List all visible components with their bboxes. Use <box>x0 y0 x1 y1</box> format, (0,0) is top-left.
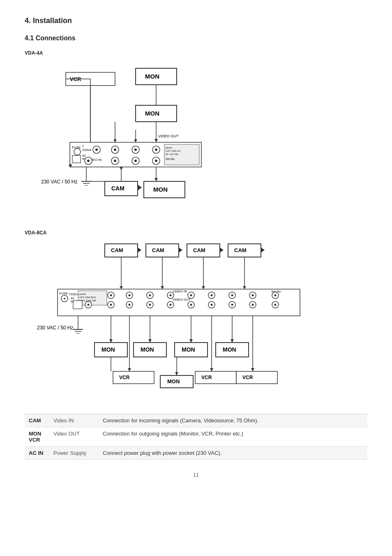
subsection-title: 4.1 Connections <box>25 35 367 42</box>
svg-marker-59 <box>120 167 123 170</box>
svg-marker-69 <box>178 247 182 253</box>
svg-marker-79 <box>161 286 164 289</box>
svg-marker-153 <box>148 339 152 343</box>
svg-marker-181 <box>251 368 254 371</box>
svg-text:MON: MON <box>145 73 159 80</box>
legend-term-acin: AC IN <box>25 447 49 460</box>
svg-marker-81 <box>202 286 205 289</box>
svg-point-24 <box>134 148 137 151</box>
svg-point-118 <box>252 294 254 297</box>
svg-marker-83 <box>243 286 246 289</box>
legend-type-mon: Video OUT <box>49 427 99 447</box>
svg-text:IN: IN <box>71 300 74 303</box>
svg-text:CAM: CAM <box>152 247 164 253</box>
svg-marker-180 <box>210 368 213 371</box>
svg-text:MON: MON <box>153 186 168 193</box>
legend-type-cam: Video IN <box>49 414 99 427</box>
svg-marker-155 <box>189 339 193 343</box>
svg-text:Ser.No.: Ser.No. <box>166 158 175 160</box>
svg-point-100 <box>129 294 131 297</box>
svg-text:panec: panec <box>166 146 172 149</box>
diagram-vda8ca: CAM CAM CAM CAM FUSE T315mA panec <box>25 240 367 401</box>
page-number: 11 <box>25 472 367 478</box>
svg-text:CAM: CAM <box>111 247 123 253</box>
svg-text:T: T <box>82 145 84 148</box>
svg-marker-151 <box>109 339 113 343</box>
legend-desc-acin: Connect power plug with power socket (23… <box>99 447 367 460</box>
svg-text:IN: 12V  3W: IN: 12V 3W <box>166 153 178 155</box>
legend-term-cam: CAM <box>25 414 49 427</box>
svg-text:MON: MON <box>223 346 236 353</box>
svg-point-125 <box>110 304 112 306</box>
svg-text:MON: MON <box>167 378 180 385</box>
svg-text:FUSE: FUSE <box>59 292 68 295</box>
legend-row-cam: CAM Video IN Connection for incoming sig… <box>25 414 367 427</box>
svg-rect-47 <box>72 155 81 163</box>
svg-marker-157 <box>231 339 234 343</box>
svg-marker-77 <box>120 286 123 289</box>
svg-text:MON: MON <box>145 110 159 117</box>
svg-marker-56 <box>138 185 142 190</box>
svg-text:VCR: VCR <box>119 375 130 380</box>
svg-point-121 <box>274 294 277 297</box>
svg-point-123 <box>88 304 90 306</box>
svg-point-137 <box>231 304 233 306</box>
svg-text:VIDEO OUT: VIDEO OUT <box>158 134 179 138</box>
legend-row-mon: MON VCR Video OUT Connection for outgoin… <box>25 427 367 447</box>
svg-text:CAT: VDA-8CA: CAT: VDA-8CA <box>79 296 96 299</box>
svg-point-87 <box>64 298 65 299</box>
svg-marker-75 <box>261 247 265 253</box>
svg-point-135 <box>211 304 213 306</box>
svg-point-106 <box>170 294 172 297</box>
legend-term-mon: MON VCR <box>25 427 49 447</box>
svg-text:MON: MON <box>141 346 154 353</box>
svg-marker-179 <box>128 368 131 371</box>
svg-text:230 VAC / 50 Hz: 230 VAC / 50 Hz <box>37 325 74 331</box>
svg-text:AC: AC <box>82 154 86 157</box>
svg-marker-66 <box>137 247 141 253</box>
legend-table: CAM Video IN Connection for incoming sig… <box>25 414 367 460</box>
svg-point-115 <box>231 294 233 297</box>
svg-text:VCR: VCR <box>201 375 212 380</box>
svg-point-97 <box>110 294 112 297</box>
svg-marker-72 <box>219 247 224 253</box>
section-title: 4. Installation <box>25 16 367 25</box>
svg-text:CAM: CAM <box>234 247 247 253</box>
svg-point-129 <box>149 304 151 306</box>
diagram1-label: VDA-4A <box>25 50 367 56</box>
diagram2-label: VDA-8CA <box>25 230 367 236</box>
svg-point-139 <box>252 304 254 306</box>
svg-point-131 <box>170 304 172 306</box>
svg-marker-63 <box>154 178 158 181</box>
svg-text:CAM: CAM <box>111 185 125 192</box>
svg-point-20 <box>95 148 98 151</box>
vda4a-svg: VCR MON MON VIDEO OUT FUSE T 315mA VIDEO… <box>25 60 271 216</box>
svg-rect-142 <box>73 301 82 309</box>
diagram-vda4a: VCR MON MON VIDEO OUT FUSE T 315mA VIDEO… <box>25 60 367 218</box>
svg-marker-174 <box>175 372 178 375</box>
svg-point-30 <box>114 160 116 162</box>
svg-text:VIDEO OUT: VIDEO OUT <box>173 298 191 301</box>
svg-text:MON: MON <box>182 346 195 353</box>
svg-text:CAM: CAM <box>193 247 205 253</box>
legend-type-acin: Power Supply <box>49 447 99 460</box>
svg-text:VIDEO IN: VIDEO IN <box>173 290 187 293</box>
legend-row-acin: AC IN Power Supply Connect power plug wi… <box>25 447 367 460</box>
legend-desc-cam: Connection for incoming signals (Camera,… <box>99 414 367 427</box>
svg-point-127 <box>129 304 131 306</box>
svg-point-26 <box>155 148 157 151</box>
svg-text:230 VAC / 50 Hz: 230 VAC / 50 Hz <box>41 179 78 185</box>
svg-point-34 <box>155 160 157 162</box>
svg-point-28 <box>87 160 90 162</box>
svg-point-32 <box>134 160 137 162</box>
svg-text:VCR: VCR <box>242 375 253 380</box>
svg-marker-46 <box>134 139 137 142</box>
svg-text:MON: MON <box>101 346 115 353</box>
svg-text:315mA: 315mA <box>82 148 92 151</box>
svg-text:CAT: VDA-1A: CAT: VDA-1A <box>166 150 180 152</box>
vda8ca-svg: CAM CAM CAM CAM FUSE T315mA panec <box>25 240 345 400</box>
svg-point-112 <box>211 294 213 297</box>
svg-point-141 <box>274 304 277 306</box>
svg-point-109 <box>190 294 192 297</box>
svg-point-133 <box>190 304 192 306</box>
